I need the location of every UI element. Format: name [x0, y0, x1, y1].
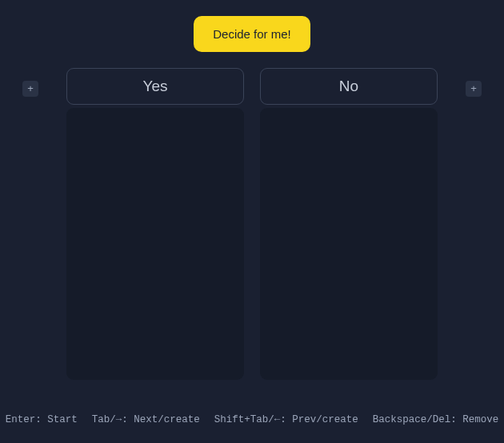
columns-container: + Yes No +: [0, 68, 504, 380]
hint-tab: Tab/→: Next/create: [92, 414, 200, 425]
top-area: Decide for me!: [0, 0, 504, 68]
hint-shift-tab: Shift+Tab/←: Prev/create: [214, 414, 358, 425]
column-header-yes[interactable]: Yes: [66, 68, 244, 105]
option-column: Yes: [66, 68, 244, 380]
add-column-left-button[interactable]: +: [22, 81, 38, 97]
hint-enter: Enter: Start: [6, 414, 78, 425]
decide-button[interactable]: Decide for me!: [194, 16, 310, 52]
hint-backspace: Backspace/Del: Remove: [373, 414, 499, 425]
column-body[interactable]: [66, 108, 244, 380]
column-header-no[interactable]: No: [260, 68, 438, 105]
column-body[interactable]: [260, 108, 438, 380]
footer-hints: Enter: Start Tab/→: Next/create Shift+Ta…: [0, 414, 504, 425]
option-column: No: [260, 68, 438, 380]
add-column-right-button[interactable]: +: [466, 81, 482, 97]
